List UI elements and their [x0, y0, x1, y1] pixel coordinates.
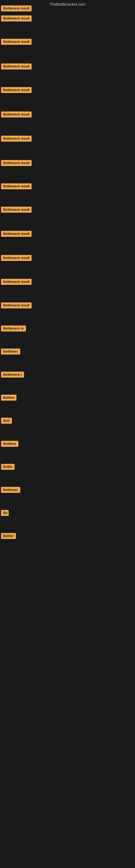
bottleneck-badge-11[interactable]: Bottleneck result	[1, 231, 32, 237]
bottleneck-badge-16[interactable]: Bottlenec	[1, 348, 20, 354]
result-row-6: Bottleneck result	[1, 112, 32, 119]
result-row-20: Bottlene	[1, 441, 18, 448]
bottleneck-badge-15[interactable]: Bottleneck re	[1, 326, 26, 332]
bottleneck-badge-24[interactable]: Bottler	[1, 533, 16, 539]
bottleneck-badge-3[interactable]: Bottleneck result	[1, 39, 32, 45]
bottleneck-badge-22[interactable]: Bottlenec	[1, 487, 20, 493]
result-row-17: Bottleneck r	[1, 372, 24, 379]
bottleneck-badge-21[interactable]: Bottle	[1, 464, 14, 470]
bottleneck-badge-23[interactable]: Bo	[1, 510, 9, 516]
bottleneck-badge-18[interactable]: Bottlen	[1, 395, 16, 401]
bottleneck-badge-5[interactable]: Bottleneck result	[1, 87, 32, 93]
bottleneck-badge-8[interactable]: Bottleneck result	[1, 160, 32, 166]
bottleneck-badge-7[interactable]: Bottleneck result	[1, 135, 32, 142]
bottleneck-badge-20[interactable]: Bottlene	[1, 441, 18, 447]
bottleneck-badge-13[interactable]: Bottleneck result	[1, 279, 32, 285]
result-row-12: Bottleneck result	[1, 255, 32, 262]
result-row-15: Bottleneck re	[1, 326, 26, 333]
result-row-3: Bottleneck result	[1, 39, 32, 46]
bottleneck-badge-10[interactable]: Bottleneck result	[1, 207, 32, 213]
result-row-4: Bottleneck result	[1, 63, 32, 70]
result-row-21: Bottle	[1, 464, 14, 471]
result-row-11: Bottleneck result	[1, 231, 32, 238]
bottleneck-badge-6[interactable]: Bottleneck result	[1, 112, 32, 118]
page-container: TheBottlenecker.com Bottleneck resultBot…	[0, 0, 135, 868]
result-row-14: Bottleneck result	[1, 303, 32, 310]
result-row-7: Bottleneck result	[1, 135, 32, 143]
result-row-2: Bottleneck result	[1, 16, 32, 23]
result-row-23: Bo	[1, 510, 9, 517]
result-row-8: Bottleneck result	[1, 160, 32, 167]
bottleneck-badge-12[interactable]: Bottleneck result	[1, 255, 32, 261]
bottleneck-badge-2[interactable]: Bottleneck result	[1, 16, 32, 22]
result-row-5: Bottleneck result	[1, 87, 32, 94]
bottleneck-badge-17[interactable]: Bottleneck r	[1, 372, 24, 378]
result-row-24: Bottler	[1, 533, 16, 540]
result-row-19: Bott	[1, 418, 12, 425]
result-row-9: Bottleneck result	[1, 183, 32, 190]
result-row-13: Bottleneck result	[1, 279, 32, 286]
result-row-1: Bottleneck result	[1, 5, 32, 12]
bottleneck-badge-14[interactable]: Bottleneck result	[1, 303, 32, 308]
bottleneck-badge-4[interactable]: Bottleneck result	[1, 63, 32, 69]
result-row-16: Bottlenec	[1, 348, 20, 355]
result-row-10: Bottleneck result	[1, 207, 32, 214]
bottleneck-badge-19[interactable]: Bott	[1, 418, 12, 424]
bottleneck-badge-1[interactable]: Bottleneck result	[1, 5, 32, 11]
result-row-18: Bottlen	[1, 395, 16, 402]
result-row-22: Bottlenec	[1, 487, 20, 494]
bottleneck-badge-9[interactable]: Bottleneck result	[1, 183, 32, 189]
